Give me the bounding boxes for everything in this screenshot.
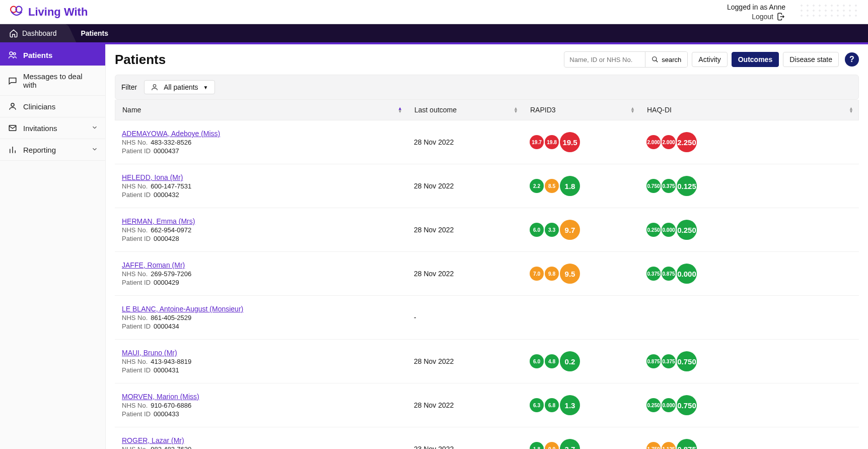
sidebar-item-label: Invitations xyxy=(23,124,57,133)
score-pill: 0.250 xyxy=(646,223,661,237)
page-title: Patients xyxy=(115,52,166,68)
search-icon xyxy=(652,56,659,63)
nhs-label: NHS No. xyxy=(122,182,148,190)
nhs-label: NHS No. xyxy=(122,270,148,278)
nhs-label: NHS No. xyxy=(122,314,148,322)
patient-id-value: 0000437 xyxy=(154,147,179,155)
last-outcome-value: 28 Nov 2022 xyxy=(407,220,523,240)
tab-disease-state[interactable]: Disease state xyxy=(783,52,839,67)
patient-name-link[interactable]: LE BLANC, Antoine-August (Monsieur) xyxy=(122,305,243,313)
score-pill: 7.0 xyxy=(530,267,544,281)
bar-chart-icon xyxy=(8,145,17,154)
last-outcome-value: 28 Nov 2022 xyxy=(407,395,523,415)
haqdi-pills: 1.7501.1250.875 xyxy=(646,439,852,449)
score-pill: 0.250 xyxy=(646,398,661,412)
score-pill: 6.3 xyxy=(530,398,544,412)
svg-point-4 xyxy=(11,103,14,106)
sidebar-item-messages[interactable]: Messages to deal with xyxy=(0,66,105,96)
nhs-label: NHS No. xyxy=(122,226,148,234)
nhs-label: NHS No. xyxy=(122,139,148,146)
nav-patients[interactable]: Patients xyxy=(66,24,117,42)
score-pill: 0.750 xyxy=(646,179,661,193)
sidebar-item-patients[interactable]: Patients xyxy=(0,44,105,66)
patient-name-link[interactable]: MORVEN, Marion (Miss) xyxy=(122,393,199,401)
score-pill: 0.875 xyxy=(662,267,676,281)
brand[interactable]: Living With xyxy=(9,5,88,19)
score-pill: 19.5 xyxy=(560,132,580,152)
svg-point-6 xyxy=(653,57,657,61)
sidebar-item-reporting[interactable]: Reporting xyxy=(0,139,105,161)
column-last-outcome[interactable]: Last outcome ▲▼ xyxy=(407,100,523,120)
score-pill: 0.000 xyxy=(677,264,697,284)
patient-name-link[interactable]: HELEDD, Iona (Mr) xyxy=(122,173,183,181)
score-pill: 6.0 xyxy=(530,354,544,368)
help-button[interactable]: ? xyxy=(845,52,859,67)
score-pill: 0.2 xyxy=(560,351,580,371)
score-pill: 0.875 xyxy=(646,354,661,368)
patient-id-label: Patient ID xyxy=(122,279,151,286)
score-pill: 4.8 xyxy=(545,354,559,368)
filter-label: Filter xyxy=(121,83,137,91)
caret-down-icon: ▼ xyxy=(203,85,208,90)
patient-name-link[interactable]: JAFFE, Roman (Mr) xyxy=(122,261,185,269)
score-pill: 8.5 xyxy=(545,179,559,193)
nav-dashboard[interactable]: Dashboard xyxy=(0,24,66,42)
sidebar-item-invitations[interactable]: Invitations xyxy=(0,117,105,139)
sort-indicator: ▲▼ xyxy=(849,107,853,113)
rapid3-pills: 1.89.03.7 xyxy=(530,439,632,449)
user-block: Logged in as Anne Logout xyxy=(727,3,859,21)
rapid3-pills: 7.09.89.5 xyxy=(530,264,632,284)
patient-id-value: 0000428 xyxy=(154,235,179,242)
last-outcome-value: 23 Nov 2022 xyxy=(407,439,523,449)
search-button[interactable]: search xyxy=(645,52,687,67)
table-row: HERMAN, Emma (Mrs) NHS No.662-954-0972 P… xyxy=(115,208,859,252)
patient-name-link[interactable]: ADEMAYOWA, Adeboye (Miss) xyxy=(122,130,220,138)
score-pill: 0.375 xyxy=(662,179,676,193)
search-box: search xyxy=(564,51,688,68)
table-row: LE BLANC, Antoine-August (Monsieur) NHS … xyxy=(115,296,859,340)
patient-id-label: Patient ID xyxy=(122,235,151,242)
patient-name-link[interactable]: HERMAN, Emma (Mrs) xyxy=(122,217,195,225)
score-pill: 0.875 xyxy=(677,439,697,449)
score-pill: 2.250 xyxy=(677,132,697,152)
column-rapid3[interactable]: RAPID3 ▲▼ xyxy=(523,100,640,120)
table-body: ADEMAYOWA, Adeboye (Miss) NHS No.483-332… xyxy=(115,120,859,449)
svg-point-2 xyxy=(10,52,13,55)
score-pill: 1.8 xyxy=(530,442,544,449)
column-haq-di[interactable]: HAQ-DI ▲▼ xyxy=(640,100,858,120)
tab-outcomes[interactable]: Outcomes xyxy=(732,52,779,67)
logout-link[interactable]: Logout xyxy=(727,12,785,21)
patient-name-link[interactable]: ROGER, Lazar (Mr) xyxy=(122,436,184,444)
mail-icon xyxy=(8,123,17,133)
patient-id-value: 0000431 xyxy=(154,366,179,374)
sidebar: Patients Messages to deal with Clinician… xyxy=(0,44,106,449)
logout-icon xyxy=(776,12,785,21)
score-pill: 0.750 xyxy=(677,395,697,415)
patient-name-link[interactable]: MAUI, Bruno (Mr) xyxy=(122,349,177,357)
column-name[interactable]: Name ▲▼ xyxy=(115,100,407,120)
patient-id-value: 0000432 xyxy=(154,191,179,199)
score-pill: 6.8 xyxy=(545,398,559,412)
last-outcome-value: 28 Nov 2022 xyxy=(407,132,523,152)
brand-logo-icon xyxy=(9,5,24,19)
last-outcome-value: 28 Nov 2022 xyxy=(407,264,523,284)
home-icon xyxy=(9,29,18,38)
sidebar-item-clinicians[interactable]: Clinicians xyxy=(0,96,105,117)
score-pill: 9.7 xyxy=(560,220,580,240)
content-area: Patients search Activity Outcomes Diseas… xyxy=(106,44,868,449)
score-pill: 0.750 xyxy=(677,351,697,371)
filter-all-patients[interactable]: All patients ▼ xyxy=(144,80,214,94)
rapid3-pills: 6.04.80.2 xyxy=(530,351,632,371)
search-input[interactable] xyxy=(564,53,645,67)
score-pill: 6.0 xyxy=(530,223,544,237)
score-pill: 0.000 xyxy=(662,223,676,237)
score-pill: 1.8 xyxy=(560,176,580,196)
score-pill: 2.000 xyxy=(662,135,676,149)
score-pill: 2.2 xyxy=(530,179,544,193)
filter-chip-label: All patients xyxy=(164,83,198,91)
haqdi-pills: 2.0002.0002.250 xyxy=(646,132,852,152)
tab-activity[interactable]: Activity xyxy=(692,52,727,67)
score-pill: 3.7 xyxy=(560,439,580,449)
chevron-down-icon xyxy=(91,124,98,133)
filter-bar: Filter All patients ▼ xyxy=(115,75,859,100)
